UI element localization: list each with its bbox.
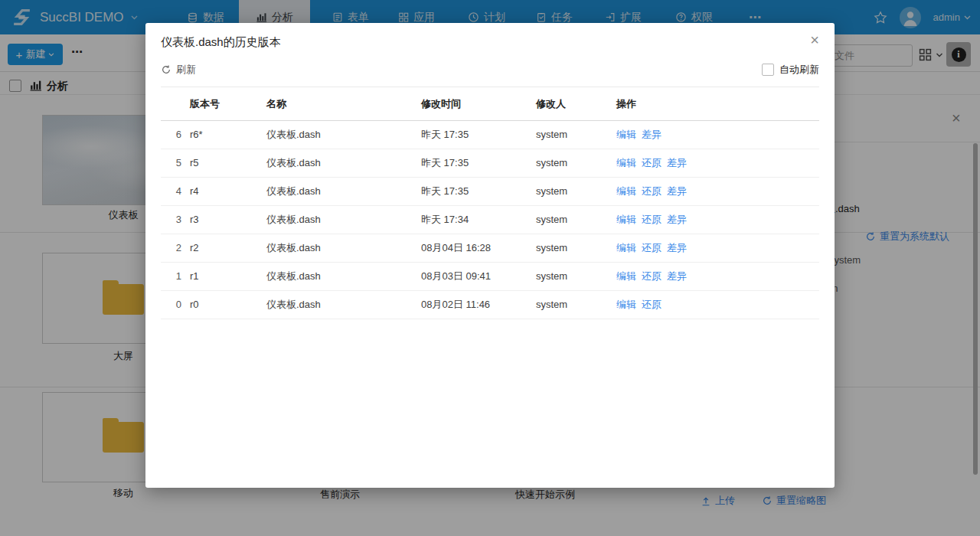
app-window: SuccBI DEMO 数据 分析 xyxy=(0,0,980,536)
version-ops: 编辑差异 xyxy=(616,121,667,149)
refresh-label: 刷新 xyxy=(176,63,196,77)
version-name: 仪表板.dash xyxy=(266,178,321,205)
version-ops: 编辑还原 xyxy=(616,291,667,319)
op-link[interactable]: 还原 xyxy=(642,157,662,168)
table-row: 2r2仪表板.dash08月04日 16:28system编辑还原差异 xyxy=(161,234,819,263)
version-index: 4 xyxy=(161,178,181,205)
table-row: 4r4仪表板.dash昨天 17:35system编辑还原差异 xyxy=(161,178,819,206)
version-table: 版本号 名称 修改时间 修改人 操作 6r6*仪表板.dash昨天 17:35s… xyxy=(161,87,819,319)
version-rev: r6* xyxy=(190,121,203,149)
op-link[interactable]: 编辑 xyxy=(616,299,636,310)
version-history-dialog: 仪表板.dash的历史版本 × 刷新 自动刷新 版本号 名称 修改时间 修改人 … xyxy=(145,23,835,488)
version-time: 08月04日 16:28 xyxy=(421,234,491,262)
version-author: system xyxy=(536,291,567,319)
op-link[interactable]: 还原 xyxy=(642,242,662,253)
op-link[interactable]: 编辑 xyxy=(616,129,636,140)
table-row: 0r0仪表板.dash08月02日 11:46system编辑还原 xyxy=(161,291,819,319)
op-link[interactable]: 还原 xyxy=(642,214,662,225)
version-name: 仪表板.dash xyxy=(266,206,321,234)
dialog-title: 仪表板.dash的历史版本 xyxy=(161,35,281,50)
version-index: 6 xyxy=(161,121,181,149)
op-link[interactable]: 还原 xyxy=(642,299,662,310)
op-link[interactable]: 还原 xyxy=(642,185,662,197)
version-name: 仪表板.dash xyxy=(266,291,321,319)
op-link[interactable]: 差异 xyxy=(667,157,687,168)
version-rev: r5 xyxy=(190,149,199,177)
version-index: 5 xyxy=(161,149,181,177)
version-ops: 编辑还原差异 xyxy=(616,149,692,177)
version-author: system xyxy=(536,178,567,205)
col-header-version: 版本号 xyxy=(190,87,220,120)
op-link[interactable]: 差异 xyxy=(642,129,662,140)
op-link[interactable]: 差异 xyxy=(667,214,687,225)
table-row: 5r5仪表板.dash昨天 17:35system编辑还原差异 xyxy=(161,149,819,178)
version-time: 08月02日 11:46 xyxy=(421,291,490,319)
col-header-name: 名称 xyxy=(266,87,286,120)
table-header-row: 版本号 名称 修改时间 修改人 操作 xyxy=(161,87,819,121)
op-link[interactable]: 编辑 xyxy=(616,270,636,282)
version-time: 昨天 17:35 xyxy=(421,121,469,149)
op-link[interactable]: 差异 xyxy=(667,270,687,282)
version-index: 1 xyxy=(161,263,181,290)
version-author: system xyxy=(536,234,567,262)
dialog-close-icon[interactable]: × xyxy=(810,34,819,46)
version-author: system xyxy=(536,263,567,290)
refresh-icon xyxy=(161,64,172,75)
version-index: 0 xyxy=(161,291,181,319)
version-time: 昨天 17:35 xyxy=(421,149,469,177)
version-index: 2 xyxy=(161,234,181,262)
col-header-modifier: 修改人 xyxy=(536,87,566,120)
version-author: system xyxy=(536,206,567,234)
version-time: 昨天 17:34 xyxy=(421,206,469,234)
table-row: 6r6*仪表板.dash昨天 17:35system编辑差异 xyxy=(161,121,819,149)
version-author: system xyxy=(536,149,567,177)
version-index: 3 xyxy=(161,206,181,234)
version-name: 仪表板.dash xyxy=(266,149,321,177)
version-ops: 编辑还原差异 xyxy=(616,178,692,205)
version-ops: 编辑还原差异 xyxy=(616,234,692,262)
version-name: 仪表板.dash xyxy=(266,263,321,290)
op-link[interactable]: 差异 xyxy=(667,185,687,197)
refresh-button[interactable]: 刷新 xyxy=(161,63,196,77)
col-header-operations: 操作 xyxy=(616,87,636,120)
table-row: 3r3仪表板.dash昨天 17:34system编辑还原差异 xyxy=(161,206,819,234)
version-ops: 编辑还原差异 xyxy=(616,206,692,234)
op-link[interactable]: 编辑 xyxy=(616,214,636,225)
version-name: 仪表板.dash xyxy=(266,234,321,262)
col-header-time: 修改时间 xyxy=(421,87,461,120)
version-ops: 编辑还原差异 xyxy=(616,263,692,290)
auto-refresh-label: 自动刷新 xyxy=(779,63,819,77)
op-link[interactable]: 还原 xyxy=(642,270,662,282)
version-table-body: 6r6*仪表板.dash昨天 17:35system编辑差异5r5仪表板.das… xyxy=(161,121,819,319)
op-link[interactable]: 编辑 xyxy=(616,157,636,168)
dialog-toolbar: 刷新 自动刷新 xyxy=(161,63,819,77)
op-link[interactable]: 差异 xyxy=(667,242,687,253)
version-rev: r2 xyxy=(190,234,199,262)
version-rev: r1 xyxy=(190,263,199,290)
version-rev: r0 xyxy=(190,291,199,319)
auto-refresh-control: 自动刷新 xyxy=(762,63,819,77)
version-author: system xyxy=(536,121,567,149)
version-rev: r4 xyxy=(190,178,199,205)
version-time: 08月03日 09:41 xyxy=(421,263,491,290)
version-time: 昨天 17:35 xyxy=(421,178,469,205)
version-name: 仪表板.dash xyxy=(266,121,321,149)
auto-refresh-checkbox[interactable] xyxy=(762,64,774,76)
table-row: 1r1仪表板.dash08月03日 09:41system编辑还原差异 xyxy=(161,263,819,291)
op-link[interactable]: 编辑 xyxy=(616,185,636,197)
op-link[interactable]: 编辑 xyxy=(616,242,636,253)
version-rev: r3 xyxy=(190,206,199,234)
